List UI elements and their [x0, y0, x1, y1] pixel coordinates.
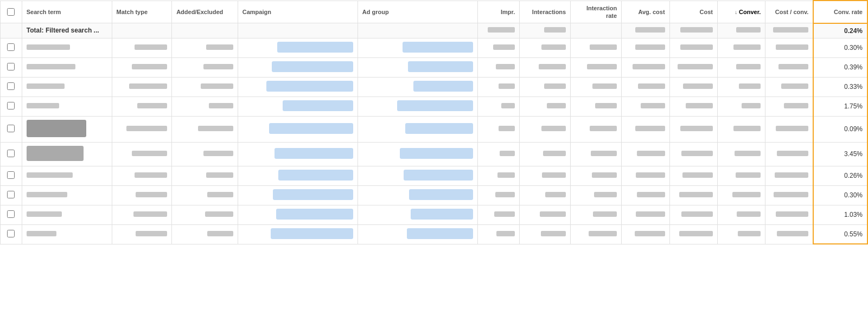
row-checkbox-cell[interactable] — [1, 205, 22, 224]
avg-cost-header[interactable]: Avg. cost — [622, 1, 669, 23]
row-added — [172, 142, 238, 166]
row-checkbox-cell[interactable] — [1, 38, 22, 57]
interactions-header[interactable]: Interactions — [520, 1, 571, 23]
row-match-type — [112, 224, 172, 244]
row-avg-cost — [622, 77, 669, 96]
row-conver — [718, 77, 765, 96]
row-search-term — [22, 166, 112, 185]
row-cost-conv — [765, 77, 813, 96]
row-conv-rate: 0.26% — [813, 166, 867, 185]
row-checkbox[interactable] — [7, 210, 15, 218]
total-cost — [669, 23, 717, 38]
row-campaign — [238, 38, 358, 57]
match-type-header[interactable]: Match type — [112, 1, 172, 23]
row-checkbox[interactable] — [7, 102, 15, 109]
campaign-header[interactable]: Campaign — [238, 1, 358, 23]
row-checkbox[interactable] — [7, 125, 15, 132]
row-checkbox-cell[interactable] — [1, 166, 22, 185]
row-conver — [718, 205, 765, 224]
row-adgroup — [358, 96, 477, 116]
row-checkbox-cell[interactable] — [1, 142, 22, 166]
row-cost — [669, 185, 717, 205]
row-checkbox[interactable] — [7, 191, 15, 198]
row-conv-rate: 0.30% — [813, 185, 867, 205]
row-checkbox[interactable] — [7, 63, 15, 70]
row-checkbox-cell[interactable] — [1, 224, 22, 244]
interaction-rate-header[interactable]: Interaction rate — [571, 1, 622, 23]
row-impr — [477, 57, 519, 77]
row-added — [172, 38, 238, 57]
row-avg-cost — [622, 57, 669, 77]
total-adgroup — [358, 23, 477, 38]
conver-header[interactable]: ↓ Conver. — [718, 1, 765, 23]
row-avg-cost — [622, 185, 669, 205]
table-row: 0.39% — [1, 57, 868, 77]
cost-conv-header[interactable]: Cost / conv. — [765, 1, 813, 23]
row-conver — [718, 185, 765, 205]
row-interactions — [520, 224, 571, 244]
row-adgroup — [358, 142, 477, 166]
row-checkbox[interactable] — [7, 230, 15, 237]
row-campaign — [238, 116, 358, 142]
row-cost-conv — [765, 96, 813, 116]
row-interaction-rate — [571, 142, 622, 166]
row-checkbox-cell[interactable] — [1, 185, 22, 205]
ad-group-header[interactable]: Ad group — [358, 1, 477, 23]
table-row: 1.75% — [1, 96, 868, 116]
row-added — [172, 205, 238, 224]
total-avg-cost — [622, 23, 669, 38]
row-conv-rate: 3.45% — [813, 142, 867, 166]
added-excluded-header[interactable]: Added/Excluded — [172, 1, 238, 23]
row-interaction-rate — [571, 57, 622, 77]
row-campaign — [238, 185, 358, 205]
row-cost-conv — [765, 57, 813, 77]
row-interactions — [520, 38, 571, 57]
row-avg-cost — [622, 205, 669, 224]
row-checkbox[interactable] — [7, 150, 15, 157]
row-cost — [669, 166, 717, 185]
row-interactions — [520, 96, 571, 116]
row-adgroup — [358, 185, 477, 205]
search-term-header[interactable]: Search term — [22, 1, 112, 23]
row-checkbox-cell[interactable] — [1, 57, 22, 77]
table-row: 1.03% — [1, 205, 868, 224]
row-impr — [477, 38, 519, 57]
row-avg-cost — [622, 166, 669, 185]
select-all-header[interactable] — [1, 1, 22, 23]
row-search-term — [22, 77, 112, 96]
select-all-checkbox[interactable] — [7, 8, 15, 16]
row-conv-rate: 0.30% — [813, 38, 867, 57]
row-interactions — [520, 205, 571, 224]
row-avg-cost — [622, 96, 669, 116]
total-conver — [718, 23, 765, 38]
row-interaction-rate — [571, 224, 622, 244]
total-campaign — [238, 23, 358, 38]
row-interactions — [520, 77, 571, 96]
row-checkbox-cell[interactable] — [1, 96, 22, 116]
row-cost-conv — [765, 38, 813, 57]
row-checkbox-cell[interactable] — [1, 116, 22, 142]
row-interactions — [520, 166, 571, 185]
row-checkbox[interactable] — [7, 43, 15, 51]
row-search-term — [22, 224, 112, 244]
row-added — [172, 57, 238, 77]
impr-header[interactable]: Impr. — [477, 1, 519, 23]
cost-header[interactable]: Cost — [669, 1, 717, 23]
row-campaign — [238, 57, 358, 77]
total-cost-conv — [765, 23, 813, 38]
row-conv-rate: 0.55% — [813, 224, 867, 244]
row-search-term — [22, 38, 112, 57]
row-added — [172, 96, 238, 116]
search-terms-table: Search term Match type Added/Excluded Ca… — [0, 0, 868, 244]
conv-rate-header[interactable]: Conv. rate — [813, 1, 867, 23]
table-row: 3.45% — [1, 142, 868, 166]
row-checkbox[interactable] — [7, 171, 15, 179]
row-match-type — [112, 116, 172, 142]
row-search-term — [22, 142, 112, 166]
row-interactions — [520, 185, 571, 205]
row-impr — [477, 224, 519, 244]
row-match-type — [112, 185, 172, 205]
row-interaction-rate — [571, 77, 622, 96]
row-checkbox-cell[interactable] — [1, 77, 22, 96]
row-checkbox[interactable] — [7, 82, 15, 90]
